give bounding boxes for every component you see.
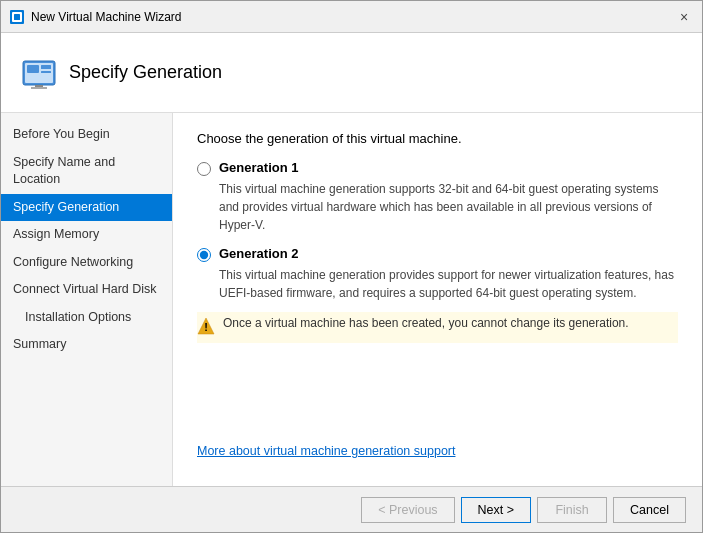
cancel-button[interactable]: Cancel: [613, 497, 686, 523]
window-title: New Virtual Machine Wizard: [31, 10, 668, 24]
sidebar-item-assign-memory[interactable]: Assign Memory: [1, 221, 172, 249]
finish-button[interactable]: Finish: [537, 497, 607, 523]
sidebar-item-installation-options[interactable]: Installation Options: [1, 304, 172, 332]
header-icon: [21, 55, 57, 91]
sidebar-item-summary[interactable]: Summary: [1, 331, 172, 359]
svg-rect-9: [31, 87, 47, 89]
generation1-desc: This virtual machine generation supports…: [219, 180, 678, 234]
warning-icon: !: [197, 317, 215, 339]
warning-box: ! Once a virtual machine has been create…: [197, 312, 678, 343]
generation2-desc: This virtual machine generation provides…: [219, 266, 678, 302]
wizard-window: New Virtual Machine Wizard × Specify Gen…: [0, 0, 703, 533]
svg-text:!: !: [204, 321, 208, 333]
warning-text: Once a virtual machine has been created,…: [223, 316, 629, 330]
generation1-radio[interactable]: [197, 162, 211, 176]
generation2-row: Generation 2: [197, 246, 678, 262]
sidebar-item-specify-generation[interactable]: Specify Generation: [1, 194, 172, 222]
intro-text: Choose the generation of this virtual ma…: [197, 131, 678, 146]
generation1-row: Generation 1: [197, 160, 678, 176]
wizard-step-title: Specify Generation: [69, 62, 222, 83]
content-area: Before You Begin Specify Name and Locati…: [1, 113, 702, 486]
next-button[interactable]: Next >: [461, 497, 531, 523]
sidebar: Before You Begin Specify Name and Locati…: [1, 113, 173, 486]
sidebar-item-specify-name[interactable]: Specify Name and Location: [1, 149, 172, 194]
previous-button[interactable]: < Previous: [361, 497, 454, 523]
svg-rect-5: [27, 65, 39, 73]
sidebar-item-configure-networking[interactable]: Configure Networking: [1, 249, 172, 277]
svg-rect-7: [41, 71, 51, 73]
close-button[interactable]: ×: [674, 7, 694, 27]
generation1-group: Generation 1 This virtual machine genera…: [197, 160, 678, 234]
svg-rect-6: [41, 65, 51, 69]
generation2-label[interactable]: Generation 2: [219, 246, 298, 261]
footer: < Previous Next > Finish Cancel: [1, 486, 702, 532]
main-panel: Choose the generation of this virtual ma…: [173, 113, 702, 486]
more-info-link[interactable]: More about virtual machine generation su…: [197, 444, 455, 458]
svg-rect-8: [35, 85, 43, 87]
wizard-header: Specify Generation: [1, 33, 702, 113]
generation1-label[interactable]: Generation 1: [219, 160, 298, 175]
generation2-group: Generation 2 This virtual machine genera…: [197, 246, 678, 343]
sidebar-item-before-you-begin[interactable]: Before You Begin: [1, 121, 172, 149]
sidebar-item-connect-vhd[interactable]: Connect Virtual Hard Disk: [1, 276, 172, 304]
generation2-radio[interactable]: [197, 248, 211, 262]
window-icon: [9, 9, 25, 25]
link-section: More about virtual machine generation su…: [197, 423, 678, 458]
title-bar: New Virtual Machine Wizard ×: [1, 1, 702, 33]
svg-rect-2: [14, 14, 20, 20]
